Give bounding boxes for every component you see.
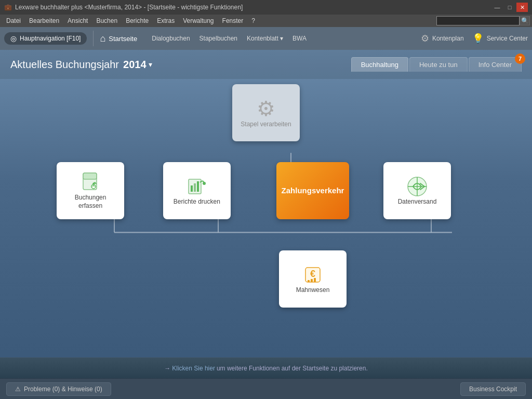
hint-link[interactable]: Klicken Sie hier [172,365,215,372]
search-button[interactable]: 🔍 [520,16,530,25]
buchungen-icon [79,171,102,194]
svg-rect-12 [197,181,199,192]
berichte-drucken-button[interactable]: Berichte drucken [163,162,231,219]
menu-berichte[interactable]: Berichte [122,16,153,25]
warning-icon: ⚠ [15,385,21,393]
maximize-button[interactable]: □ [504,3,515,12]
menu-fenster[interactable]: Fenster [218,16,248,25]
toolbar-right: ⚙ Kontenplan 💡 Service Center [421,33,528,44]
stapel-verarbeiten-button[interactable]: ⚙ Stapel verarbeiten [232,84,300,141]
svg-text:€: € [310,269,315,279]
svg-rect-19 [314,278,316,282]
bulb-icon: 💡 [472,33,484,44]
hint-prefix: → [164,365,170,372]
minimize-button[interactable]: — [491,3,503,12]
year-value: 2014 [123,59,147,71]
toolbar-links: Dialogbuchen Stapelbuchen Kontenblatt BW… [148,33,311,44]
menu-verwaltung[interactable]: Verwaltung [179,16,218,25]
mahnwesen-icon: € [301,263,324,286]
header-bar: Aktuelles Buchungsjahr 2014 ▾ Buchhaltun… [0,50,532,79]
menubar: Datei Bearbeiten Ansicht Buchen Berichte… [0,15,532,27]
svg-rect-10 [191,185,193,192]
window-controls: — □ ✕ [490,3,528,12]
buchungen-erfassen-button[interactable]: Buchungen erfassen [57,162,124,219]
menu-ansicht[interactable]: Ansicht [63,16,92,25]
svg-point-13 [203,182,206,185]
year-prefix: Aktuelles Buchungsjahr [10,59,119,71]
year-dropdown-icon[interactable]: ▾ [149,60,152,69]
tab-heute-zu-tun[interactable]: Heute zu tun [409,57,468,72]
hint-suffix: um weitere Funktionen auf der Startseite… [217,365,368,372]
search-input[interactable] [436,16,520,25]
titlebar: 💼 Lexware buchhalter plus <Musterfirma, … [0,0,532,15]
mahnwesen-button[interactable]: € Mahnwesen [279,250,347,308]
diagram-area: ⚙ Stapel verarbeiten Buchungen erfassen [0,79,532,357]
gear-large-icon: ⚙ [257,97,275,121]
tab-info-center[interactable]: Info Center 7 [469,57,522,72]
menu-datei[interactable]: Datei [2,16,25,25]
toolbar: ◎ Hauptnavigation [F10] ⌂ Startseite Dia… [0,27,532,50]
nav-icon: ◎ [10,34,17,43]
berichte-icon [185,175,208,198]
datenversand-button[interactable]: Datenversand [383,162,451,219]
svg-rect-7 [83,173,97,179]
tab-buchhaltung[interactable]: Buchhaltung [351,57,408,72]
kontenplan-button[interactable]: ⚙ Kontenplan [421,33,464,44]
datenversand-icon [406,175,429,198]
dialogbuchen-link[interactable]: Dialogbuchen [148,33,194,44]
toolbar-separator [93,31,94,46]
menu-help[interactable]: ? [247,16,259,25]
svg-rect-11 [194,183,196,192]
close-button[interactable]: ✕ [516,3,528,12]
business-cockpit-button[interactable]: Business Cockpit [460,382,526,396]
bwa-link[interactable]: BWA [288,33,311,44]
menu-buchen[interactable]: Buchen [92,16,122,25]
gear-icon: ⚙ [421,33,429,44]
tab-info-center-badge: 7 [515,54,525,64]
stapelbuchen-link[interactable]: Stapelbuchen [195,33,242,44]
menubar-search: 🔍 [436,16,530,25]
bottom-hint-bar: → Klicken Sie hier um weitere Funktionen… [0,357,532,378]
tabs: Buchhaltung Heute zu tun Info Center 7 [351,57,522,72]
menu-bearbeiten[interactable]: Bearbeiten [25,16,63,25]
main-area: Aktuelles Buchungsjahr 2014 ▾ Buchhaltun… [0,50,532,378]
menu-extras[interactable]: Extras [153,16,179,25]
service-center-button[interactable]: 💡 Service Center [472,33,528,44]
app-title: Lexware buchhalter plus <Musterfirma, 20… [15,4,243,11]
problems-button[interactable]: ⚠ Probleme (0) & Hinweise (0) [6,382,111,396]
svg-rect-18 [311,279,313,282]
svg-rect-17 [308,280,310,282]
svg-point-8 [91,184,96,189]
footer: ⚠ Probleme (0) & Hinweise (0) Business C… [0,378,532,399]
home-button[interactable]: ⌂ Startseite [100,33,137,44]
hauptnavigation-button[interactable]: ◎ Hauptnavigation [F10] [4,32,87,45]
zahlungsverkehr-button[interactable]: Zahlungsverkehr [276,162,349,219]
kontenblatt-link[interactable]: Kontenblatt [243,33,287,44]
app-icon: 💼 [4,4,12,11]
home-icon: ⌂ [100,33,105,44]
